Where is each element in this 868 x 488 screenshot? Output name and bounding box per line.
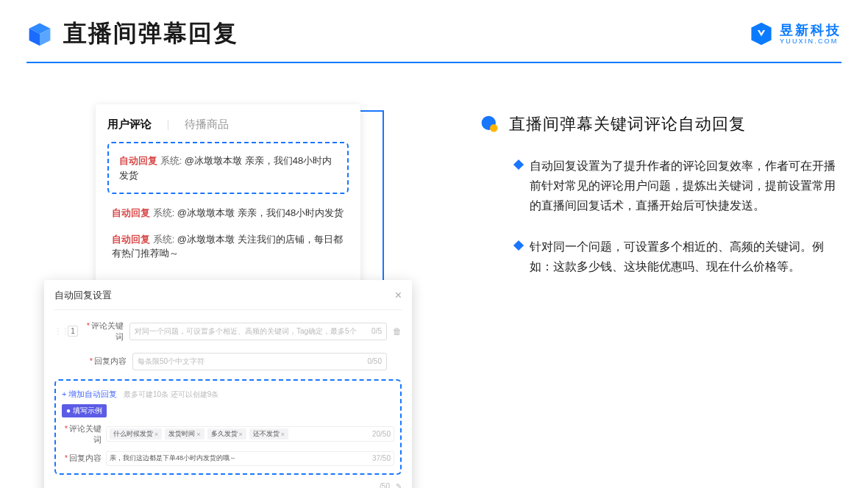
content-input[interactable]: 每条限50个中文字符 0/50 (132, 353, 387, 370)
example-keyword-label: *评论关键词 (62, 423, 102, 445)
add-row: + 增加自动回复 最多可建10条 还可以创建9条 (62, 387, 394, 400)
example-content-counter: 37/50 (372, 454, 391, 462)
tag-chip[interactable]: 还不发货× (249, 428, 288, 439)
add-hint: 最多可建10条 还可以创建9条 (124, 390, 218, 398)
tag-remove-icon[interactable]: × (239, 431, 243, 438)
comment-line: 自动回复 系统: @冰墩墩本墩 亲亲，我们48小时内发货 (107, 200, 349, 226)
close-icon[interactable]: × (395, 289, 402, 302)
tag-chip[interactable]: 发货时间× (165, 428, 204, 439)
content-placeholder: 每条限50个中文字符 (138, 356, 204, 367)
brand-name-en: YUUXIN.COM (780, 38, 842, 45)
right-heading: 直播间弹幕关键词评论自动回复 (480, 113, 842, 135)
bullet-item: 针对同一个问题，可设置多个相近的、高频的关键词。例如：这款多少钱、这块能优惠吗、… (515, 237, 842, 276)
cube-icon (26, 21, 53, 47)
modal-header: 自动回复设置 × (54, 289, 402, 310)
chat-bubble-icon (480, 114, 500, 134)
form-row-keyword: ⋮⋮ 1 *评论关键词 对同一个问题，可设置多个相近、高频的关键词，Tag确定，… (54, 320, 402, 342)
example-highlight-box: + 增加自动回复 最多可建10条 还可以创建9条 ● 填写示例 *评论关键词 什… (54, 379, 402, 475)
left-column: 用户评论 待播商品 自动回复 系统: @冰墩墩本墩 亲亲，我们48小时内发货 自… (44, 104, 412, 488)
edit-icon[interactable]: ✎ (396, 482, 402, 489)
tag-remove-icon[interactable]: × (196, 431, 200, 438)
example-keyword-row: *评论关键词 什么时候发货× 发货时间× 多久发货× 还不发货× 20/50 (62, 423, 394, 445)
content-label: *回复内容 (87, 356, 127, 367)
example-content-label: *回复内容 (62, 453, 102, 464)
example-keyword-counter: 20/50 (372, 430, 391, 438)
example-content-text: 亲，我们这边都是下单48小时内发货的哦～ (110, 453, 236, 463)
system-label: 系统: (153, 207, 175, 218)
brand-icon (749, 21, 774, 46)
modal-bottom-row: /50 ✎ (54, 482, 402, 489)
content-counter: 0/50 (368, 357, 382, 365)
comment-line: 自动回复 系统: @冰墩墩本墩 关注我们的店铺，每日都有热门推荐呦～ (107, 226, 349, 267)
auto-reply-label: 自动回复 (119, 155, 157, 166)
keyword-placeholder: 对同一个问题，可设置多个相近、高频的关键词，Tag确定，最多5个 (135, 326, 357, 337)
brand-name-cn: 昱新科技 (780, 24, 842, 37)
diamond-icon (513, 159, 524, 170)
system-label: 系统: (160, 155, 182, 166)
tag-remove-icon[interactable]: × (154, 431, 158, 438)
keyword-label: *评论关键词 (84, 320, 124, 342)
page-title: 直播间弹幕回复 (63, 18, 238, 50)
example-badge: ● 填写示例 (62, 404, 107, 417)
system-label: 系统: (153, 234, 175, 245)
right-column: 直播间弹幕关键词评论自动回复 自动回复设置为了提升作者的评论回复效率，作者可在开… (449, 104, 842, 488)
bullet-text: 自动回复设置为了提升作者的评论回复效率，作者可在开播前针对常见的评论用户问题，提… (530, 156, 839, 216)
example-content-input[interactable]: 亲，我们这边都是下单48小时内发货的哦～ 37/50 (106, 451, 394, 466)
tab-user-comments[interactable]: 用户评论 (107, 118, 152, 132)
bottom-counter: /50 (380, 482, 390, 489)
row-number: 1 (68, 326, 78, 337)
drag-handle-icon[interactable]: ⋮⋮ (54, 327, 62, 335)
title-wrap: 直播间弹幕回复 (26, 18, 238, 50)
tag-chip[interactable]: 什么时候发货× (110, 428, 162, 439)
brand-text: 昱新科技 YUUXIN.COM (780, 24, 842, 45)
example-keyword-tags[interactable]: 什么时候发货× 发货时间× 多久发货× 还不发货× 20/50 (106, 426, 394, 442)
brand-logo: 昱新科技 YUUXIN.COM (749, 21, 842, 46)
svg-point-5 (490, 124, 498, 132)
tag-chip[interactable]: 多久发货× (207, 428, 246, 439)
add-auto-reply-link[interactable]: + 增加自动回复 (62, 390, 117, 398)
page-header: 直播间弹幕回复 昱新科技 YUUXIN.COM (0, 0, 868, 59)
right-title: 直播间弹幕关键词评论自动回复 (509, 113, 746, 135)
auto-reply-label: 自动回复 (112, 207, 150, 218)
tab-pending-products[interactable]: 待播商品 (185, 118, 229, 132)
main: 用户评论 待播商品 自动回复 系统: @冰墩墩本墩 亲亲，我们48小时内发货 自… (0, 63, 868, 488)
delete-icon[interactable]: 🗑 (393, 326, 402, 337)
tag-remove-icon[interactable]: × (281, 431, 285, 438)
highlighted-comment-box: 自动回复 系统: @冰墩墩本墩 亲亲，我们48小时内发货 (107, 142, 349, 194)
modal-title: 自动回复设置 (54, 289, 112, 302)
example-content-row: *回复内容 亲，我们这边都是下单48小时内发货的哦～ 37/50 (62, 451, 394, 466)
comment-line: 自动回复 系统: @冰墩墩本墩 亲亲，我们48小时内发货 (115, 148, 341, 188)
bullet-item: 自动回复设置为了提升作者的评论回复效率，作者可在开播前针对常见的评论用户问题，提… (515, 156, 842, 216)
comment-tabs: 用户评论 待播商品 (107, 118, 349, 132)
keyword-counter: 0/5 (371, 327, 382, 335)
keyword-input[interactable]: 对同一个问题，可设置多个相近、高频的关键词，Tag确定，最多5个 0/5 (129, 323, 387, 340)
diamond-icon (513, 240, 524, 250)
auto-reply-label: 自动回复 (112, 234, 150, 245)
bullet-text: 针对同一个问题，可设置多个相近的、高频的关键词。例如：这款多少钱、这块能优惠吗、… (530, 237, 839, 276)
auto-reply-settings-modal: 自动回复设置 × ⋮⋮ 1 *评论关键词 对同一个问题，可设置多个相近、高频的关… (44, 280, 412, 489)
tab-divider (168, 120, 168, 130)
comment-text: @冰墩墩本墩 亲亲，我们48小时内发货 (174, 207, 344, 218)
form-row-content: *回复内容 每条限50个中文字符 0/50 (54, 353, 402, 370)
